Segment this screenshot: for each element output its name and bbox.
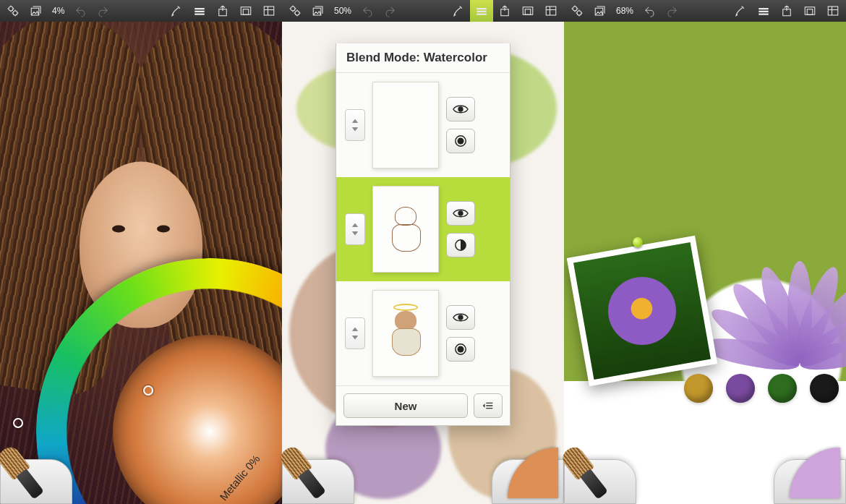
gallery-icon[interactable] [25,0,48,22]
painted-flower [691,157,847,330]
visibility-toggle[interactable] [446,97,475,121]
layer-thumbnail[interactable] [372,290,439,377]
svg-rect-9 [523,7,533,15]
undo-icon[interactable] [69,0,92,22]
layer-thumbnail[interactable] [372,82,439,168]
layers-icon[interactable] [752,0,775,22]
svg-rect-4 [243,9,249,15]
color-pod[interactable] [774,446,846,504]
share-icon[interactable] [775,0,798,22]
undo-icon[interactable] [638,0,661,22]
share-icon[interactable] [211,0,234,22]
zoom-level[interactable]: 68% [612,0,638,22]
redo-icon[interactable] [661,0,684,22]
brush-tool-icon[interactable] [447,0,470,22]
gallery-icon[interactable] [307,0,330,22]
paint-dab [768,374,797,403]
settings-icon[interactable] [565,0,589,22]
svg-point-6 [291,7,295,11]
redo-icon[interactable] [379,0,402,22]
svg-rect-11 [546,7,556,15]
brush-pod[interactable] [0,446,72,504]
reference-photo[interactable] [567,236,718,387]
reference-icon[interactable] [821,0,845,22]
hue-cursor[interactable] [13,418,23,428]
zoom-level[interactable]: 4% [48,0,69,22]
toolbar: 68% [564,0,846,22]
gallery-icon[interactable] [589,0,612,22]
layer-drag-handle[interactable] [345,109,365,141]
layer-thumbnail[interactable] [372,186,439,273]
opacity-mode-toggle[interactable] [446,233,475,257]
shade-cursor[interactable] [143,385,153,396]
svg-point-7 [295,11,299,15]
new-layer-button[interactable]: New [343,393,468,418]
svg-rect-5 [264,7,274,15]
brush-pod[interactable] [564,446,636,504]
paint-dab [726,374,755,403]
reference-photo-image [573,242,711,380]
brush-tool-icon[interactable] [165,0,188,22]
canvas[interactable] [564,22,846,504]
svg-rect-24 [807,9,813,15]
app-pane-3: 68% [564,0,846,504]
undo-icon[interactable] [356,0,379,22]
fullscreen-icon[interactable] [798,0,821,22]
fullscreen-icon[interactable] [234,0,257,22]
zoom-level[interactable]: 50% [330,0,356,22]
svg-rect-10 [525,9,531,15]
current-color-swatch[interactable] [508,448,558,498]
settings-icon[interactable] [1,0,25,22]
fullscreen-icon[interactable] [516,0,539,22]
svg-point-19 [458,346,464,353]
layer-drag-handle[interactable] [345,213,365,245]
svg-point-15 [458,210,463,215]
svg-rect-3 [241,7,251,15]
reference-icon[interactable] [257,0,281,22]
app-pane-2: 50% Ble [282,0,564,504]
share-icon[interactable] [493,0,516,22]
redo-icon[interactable] [92,0,115,22]
layers-icon[interactable] [188,0,211,22]
brush-pod[interactable] [282,446,354,504]
svg-point-1 [13,11,17,15]
current-color-swatch[interactable] [790,448,840,498]
layer-row[interactable] [336,281,510,385]
brush-tool-icon[interactable] [729,0,752,22]
svg-point-0 [9,7,13,11]
color-pod[interactable] [492,446,564,504]
svg-rect-23 [805,7,815,15]
settings-icon[interactable] [283,0,307,22]
svg-point-20 [573,7,577,11]
layers-panel: Blend Mode: Watercolor [336,43,510,426]
svg-rect-25 [828,7,838,15]
reference-icon[interactable] [539,0,563,22]
layers-icon[interactable] [470,0,493,22]
app-pane-1: 4% [0,0,282,504]
layer-row[interactable] [336,73,510,177]
opacity-mode-toggle[interactable] [446,337,475,362]
canvas[interactable]: Metallic 0% [0,22,282,504]
visibility-toggle[interactable] [446,305,475,330]
layer-drag-handle[interactable] [345,317,365,349]
svg-point-21 [577,11,581,15]
canvas[interactable]: Blend Mode: Watercolor [282,22,564,504]
reference-pin-icon [633,237,643,247]
paint-dab [684,374,713,403]
svg-point-12 [458,106,463,111]
layer-options-button[interactable] [474,393,503,418]
svg-point-17 [458,315,463,320]
paint-dab [810,374,839,403]
paint-dabs [684,374,846,403]
svg-point-14 [458,138,464,145]
layer-row[interactable] [336,177,510,281]
toolbar: 4% [0,0,282,22]
toolbar: 50% [282,0,564,22]
opacity-mode-toggle[interactable] [446,129,475,153]
layers-panel-title: Blend Mode: Watercolor [336,43,510,73]
visibility-toggle[interactable] [446,201,475,226]
